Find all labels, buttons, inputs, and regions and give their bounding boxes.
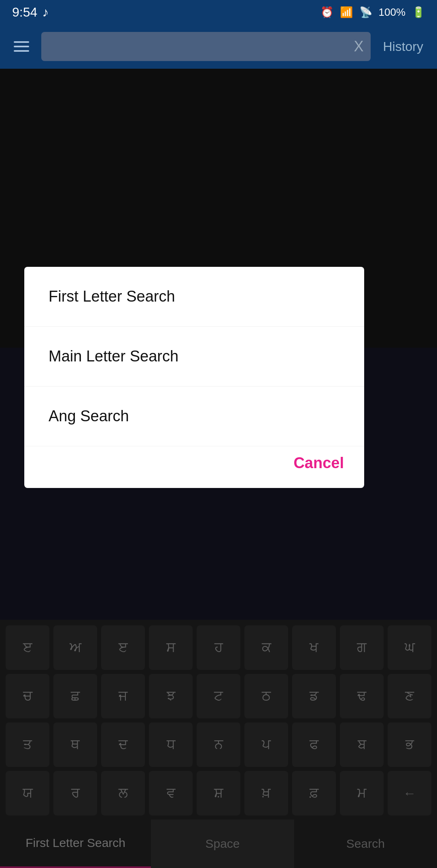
search-input[interactable]	[41, 32, 371, 61]
battery-icon: 🔋	[412, 6, 425, 19]
signal-icon: 📡	[359, 6, 372, 19]
first-letter-search-option[interactable]: First Letter Search	[24, 267, 364, 327]
status-icons: ⏰ 📶 📡 100% 🔋	[320, 6, 425, 19]
status-bar: 9:54 ♪ ⏰ 📶 📡 100% 🔋	[0, 0, 437, 24]
dialog-cancel-button[interactable]: Cancel	[293, 454, 344, 472]
clear-search-button[interactable]: X	[354, 38, 363, 55]
wifi-icon: 📶	[340, 6, 353, 19]
music-icon: ♪	[42, 5, 49, 20]
search-options-dialog: First Letter Search Main Letter Search A…	[24, 267, 364, 488]
status-time: 9:54 ♪	[12, 5, 49, 20]
battery-label: 100%	[379, 6, 406, 19]
search-input-wrapper: X	[41, 32, 371, 61]
ang-search-option[interactable]: Ang Search	[24, 386, 364, 446]
alarm-icon: ⏰	[320, 6, 333, 19]
menu-button[interactable]	[10, 37, 33, 56]
main-letter-search-option[interactable]: Main Letter Search	[24, 327, 364, 386]
time-label: 9:54	[12, 5, 37, 20]
history-button[interactable]: History	[379, 35, 427, 58]
dialog-actions: Cancel	[24, 446, 364, 484]
header: X History	[0, 24, 437, 69]
